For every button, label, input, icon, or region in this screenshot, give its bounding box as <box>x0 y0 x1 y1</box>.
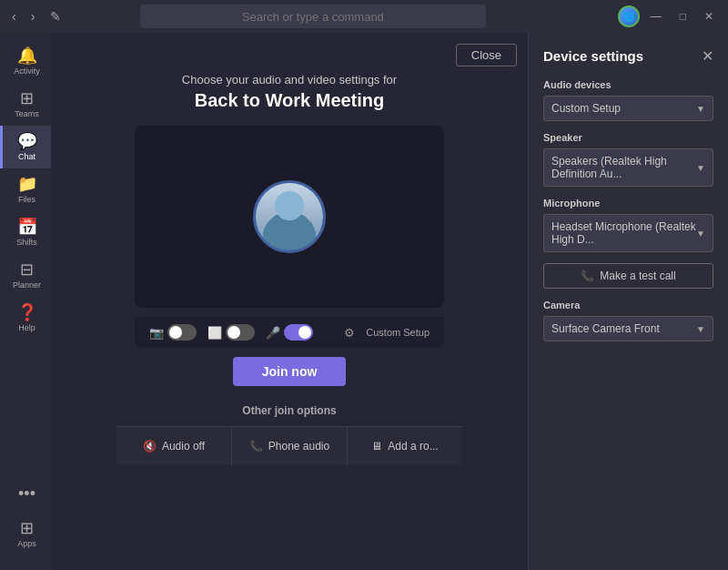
audio-devices-dropdown[interactable]: Custom Setup ▼ <box>543 96 713 121</box>
sidebar-item-files[interactable]: 📁 Files <box>0 168 51 211</box>
settings-icon: ⚙ <box>344 326 355 340</box>
blur-toggle-knob <box>228 326 240 339</box>
sidebar-item-activity[interactable]: 🔔 Activity <box>0 40 51 83</box>
phone-audio-label: Phone audio <box>268 440 329 453</box>
teams-icon: ⊞ <box>20 90 34 107</box>
mic-control: 🎤 <box>266 324 313 341</box>
mic-icon: 🎤 <box>266 326 280 340</box>
microphone-dropdown[interactable]: Headset Microphone (Realtek High D... ▼ <box>543 214 713 252</box>
sidebar-item-teams[interactable]: ⊞ Teams <box>0 83 51 126</box>
camera-toggle[interactable] <box>167 324 197 341</box>
speaker-value: Speakers (Realtek High Definition Au... <box>551 155 696 180</box>
help-icon: ❓ <box>17 304 37 321</box>
speaker-label: Speaker <box>543 132 713 143</box>
chat-icon: 💬 <box>17 133 37 149</box>
close-window-button[interactable]: ✕ <box>697 8 721 25</box>
sidebar-label-help: Help <box>18 323 35 332</box>
sidebar-item-more[interactable]: ••• <box>11 478 40 509</box>
sidebar-label-activity: Activity <box>14 66 40 76</box>
camera-toggle-knob <box>169 326 182 339</box>
speaker-dropdown[interactable]: Speakers (Realtek High Definition Au... … <box>543 148 713 187</box>
audio-off-icon: 🔇 <box>143 440 157 453</box>
mic-toggle[interactable] <box>284 324 313 341</box>
nav-buttons: ‹ › ✎ <box>7 7 66 25</box>
search-input[interactable] <box>140 5 486 28</box>
sidebar-label-planner: Planner <box>13 280 41 290</box>
maximize-button[interactable]: □ <box>672 8 693 25</box>
camera-value: Surface Camera Front <box>551 322 660 335</box>
add-room-label: Add a ro... <box>388 440 438 453</box>
sidebar-label-shifts: Shifts <box>16 238 37 247</box>
avatar: 🌐 <box>618 5 640 27</box>
video-preview <box>135 126 444 308</box>
content-area: Close Choose your audio and video settin… <box>51 33 728 570</box>
sidebar: 🔔 Activity ⊞ Teams 💬 Chat 📁 Files 📅 Shif… <box>0 33 51 570</box>
shifts-icon: 📅 <box>17 219 37 235</box>
sidebar-item-chat[interactable]: 💬 Chat <box>0 126 51 168</box>
audio-off-label: Audio off <box>162 440 205 453</box>
sidebar-label-apps: Apps <box>17 539 36 548</box>
phone-test-icon: 📞 <box>581 270 594 282</box>
camera-off-icon: 📷 <box>149 326 164 340</box>
make-test-call-button[interactable]: 📞 Make a test call <box>543 263 713 289</box>
phone-icon: 📞 <box>249 440 263 453</box>
device-settings-header: Device settings ✕ <box>543 47 713 65</box>
microphone-dropdown-arrow: ▼ <box>696 229 705 239</box>
microphone-label: Microphone <box>543 198 713 209</box>
edit-button[interactable]: ✎ <box>45 7 66 25</box>
audio-devices-label: Audio devices <box>543 79 713 90</box>
mic-toggle-knob <box>298 326 311 339</box>
close-prejoin-button[interactable]: Close <box>456 44 517 66</box>
phone-audio-button[interactable]: 📞 Phone audio <box>232 427 348 465</box>
forward-button[interactable]: › <box>26 7 40 25</box>
camera-label: Camera <box>543 300 713 310</box>
window-controls: 🌐 — □ ✕ <box>618 5 721 27</box>
planner-icon: ⊟ <box>20 261 34 278</box>
title-bar: ‹ › ✎ 🌐 — □ ✕ <box>0 0 728 33</box>
audio-device-value: Custom Setup <box>551 102 621 115</box>
apps-icon: ⊞ <box>20 520 34 536</box>
prejoin-subtitle: Choose your audio and video settings for <box>182 73 397 87</box>
camera-dropdown-arrow: ▼ <box>696 324 705 334</box>
user-avatar <box>253 180 326 253</box>
controls-row: 📷 ⬜ 🎤 ⚙ <box>135 317 444 348</box>
custom-setup-label[interactable]: Custom Setup <box>366 327 430 338</box>
back-button[interactable]: ‹ <box>7 7 21 25</box>
audio-dropdown-arrow: ▼ <box>696 104 705 114</box>
sidebar-item-planner[interactable]: ⊟ Planner <box>0 254 51 297</box>
room-icon: 🖥 <box>371 440 382 453</box>
avatar-image <box>256 180 323 253</box>
minimize-button[interactable]: — <box>643 8 669 25</box>
prejoin-title: Back to Work Meeting <box>195 90 385 111</box>
more-icon: ••• <box>18 485 35 502</box>
other-join-label: Other join options <box>242 404 336 417</box>
audio-off-button[interactable]: 🔇 Audio off <box>116 427 232 465</box>
blur-control: ⬜ <box>207 324 255 341</box>
sidebar-label-teams: Teams <box>15 109 39 118</box>
device-settings-panel: Device settings ✕ Audio devices Custom S… <box>528 33 728 570</box>
join-options-row: 🔇 Audio off 📞 Phone audio 🖥 Add a ro... <box>116 426 462 465</box>
close-device-settings-button[interactable]: ✕ <box>702 47 713 65</box>
make-test-call-label: Make a test call <box>600 270 675 282</box>
speaker-dropdown-arrow: ▼ <box>696 163 705 173</box>
add-room-button[interactable]: 🖥 Add a ro... <box>348 427 462 465</box>
activity-icon: 🔔 <box>17 47 37 64</box>
microphone-value: Headset Microphone (Realtek High D... <box>551 220 696 246</box>
sidebar-label-chat: Chat <box>18 152 35 161</box>
device-settings-title: Device settings <box>543 48 643 64</box>
camera-control: 📷 <box>149 324 197 341</box>
sidebar-bottom: ••• ⊞ Apps <box>11 478 40 563</box>
prejoin-modal: Close Choose your audio and video settin… <box>51 33 528 570</box>
main-layout: 🔔 Activity ⊞ Teams 💬 Chat 📁 Files 📅 Shif… <box>0 33 728 570</box>
sidebar-label-files: Files <box>18 195 35 204</box>
sidebar-item-apps[interactable]: ⊞ Apps <box>11 513 40 555</box>
blur-icon: ⬜ <box>207 326 222 340</box>
sidebar-item-help[interactable]: ❓ Help <box>0 297 51 340</box>
files-icon: 📁 <box>17 176 37 192</box>
camera-dropdown[interactable]: Surface Camera Front ▼ <box>543 316 713 341</box>
join-now-button[interactable]: Join now <box>233 357 347 386</box>
blur-toggle[interactable] <box>226 324 255 341</box>
sidebar-item-shifts[interactable]: 📅 Shifts <box>0 211 51 254</box>
